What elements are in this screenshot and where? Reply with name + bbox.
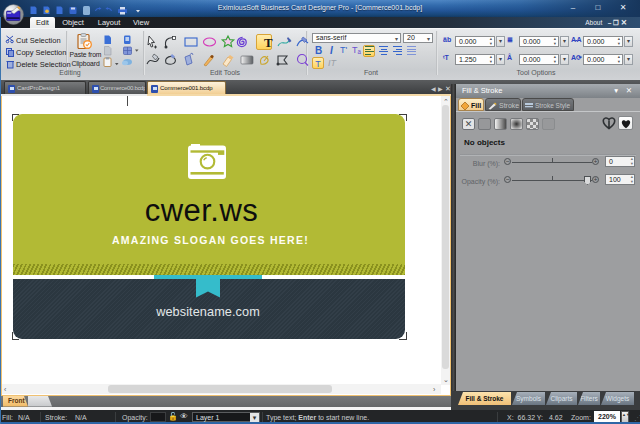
svg-text:T: T — [264, 35, 273, 50]
